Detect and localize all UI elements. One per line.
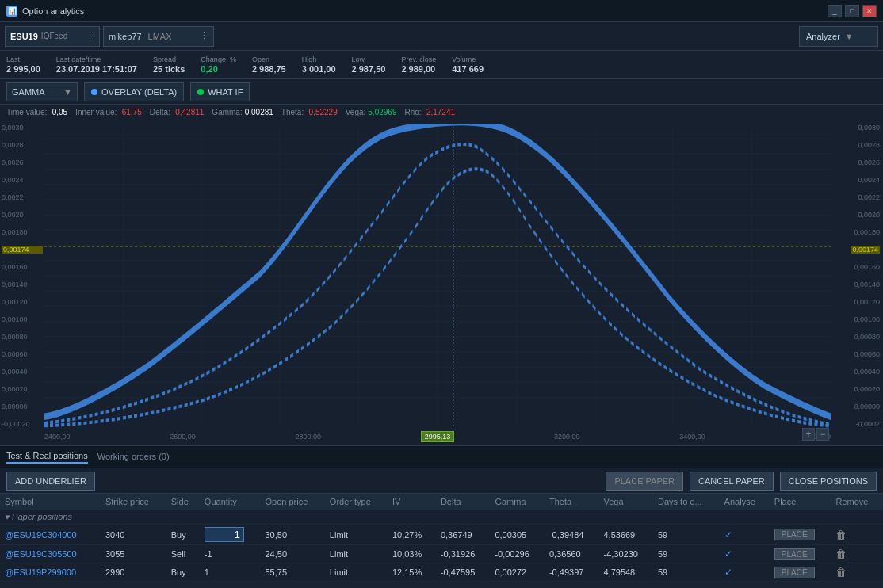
paper-positions-section: ▾ Paper positions <box>0 510 883 525</box>
cell-remove[interactable]: 🗑 <box>831 563 883 582</box>
y-axis-left-tick: 0,0022 <box>2 193 43 201</box>
whatif-button[interactable]: WHAT IF <box>190 82 250 101</box>
place-paper-button[interactable]: PLACE PAPER <box>606 472 683 491</box>
overlay-button[interactable]: OVERLAY (DELTA) <box>84 82 184 101</box>
cell-days: 59 <box>653 525 720 545</box>
app-title: Option analytics <box>22 6 84 16</box>
chart-mode-select[interactable]: GAMMA ▼ <box>6 82 78 101</box>
instrument-menu-dots[interactable]: ⋮ <box>86 31 94 41</box>
y-axis-right-tick: 0,0030 <box>858 124 880 132</box>
y-axis-left-tick: 0,00040 <box>2 368 43 376</box>
row-remove-button[interactable]: 🗑 <box>835 566 847 578</box>
maximize-button[interactable]: □ <box>845 5 859 17</box>
tab-working-orders[interactable]: Working orders (0) <box>97 452 170 463</box>
cell-place[interactable]: PLACE <box>770 525 831 545</box>
chart-area: Time value: -0,05 Inner value: -61,75 De… <box>0 105 883 445</box>
account-selector[interactable]: mikeb77 LMAX ⋮ <box>103 26 214 47</box>
time-value: -0,05 <box>49 108 67 116</box>
account-name: mikeb77 <box>109 32 142 41</box>
y-axis-left-tick: 0,00000 <box>2 403 43 410</box>
add-underlier-button[interactable]: ADD UNDERLIER <box>6 472 95 491</box>
open-label: Open <box>252 55 286 63</box>
y-axis-right-tick: 0,00020 <box>854 385 880 393</box>
rho-label: Rho: <box>404 108 421 116</box>
app-icon: 📊 <box>6 6 17 17</box>
zoom-in-button[interactable]: + <box>802 428 815 441</box>
cell-place[interactable]: PLACE <box>770 563 831 582</box>
cell-symbol: @ESU19C304000 <box>0 525 101 545</box>
change-value: 0,20 <box>201 64 236 74</box>
col-header-days: Days to e... <box>653 494 720 510</box>
col-header-order-type: Order type <box>325 494 388 510</box>
cell-gamma: 0,00305 <box>490 525 545 545</box>
prevclose-value: 2 989,00 <box>401 64 436 74</box>
overlay-indicator <box>91 89 97 95</box>
cell-analyse: ✓ <box>720 525 770 545</box>
row-remove-button[interactable]: 🗑 <box>835 548 847 560</box>
cell-vega: 4,79548 <box>598 563 653 582</box>
instrument-selector[interactable]: ESU19 IQFeed ⋮ <box>5 26 100 47</box>
cell-iv: 10,27% <box>388 525 436 545</box>
close-button[interactable]: ✕ <box>862 5 877 17</box>
cell-analyse: ✓ <box>720 545 770 563</box>
y-axis-left-tick: 0,0026 <box>2 158 43 166</box>
time-value-item: Time value: -0,05 <box>6 108 67 116</box>
y-axis-left-tick: 0,00180 <box>2 228 43 236</box>
vega-item: Vega: 5,02969 <box>346 108 397 116</box>
cell-side: Buy <box>166 563 200 582</box>
last-datetime: Last date/time 23.07.2019 17:51:07 <box>56 55 137 74</box>
cell-strike: 2990 <box>101 563 166 582</box>
account-broker: LMAX <box>148 32 172 41</box>
cancel-paper-button[interactable]: CANCEL PAPER <box>690 472 774 491</box>
x-axis-tick: 2800,00 <box>295 433 321 441</box>
theta-item: Theta: -0,52229 <box>281 108 338 116</box>
qty-input[interactable] <box>205 527 244 542</box>
col-header-theta: Theta <box>545 494 599 510</box>
cell-delta: -0,31926 <box>436 545 491 563</box>
row-place-button[interactable]: PLACE <box>774 567 815 578</box>
gamma-value: 0,00281 <box>245 108 273 116</box>
cell-open-price: 24,50 <box>260 545 324 563</box>
table-row: @ESU19C305500 3055 Sell -1 24,50 Limit 1… <box>0 545 883 563</box>
x-axis-tick: 3200,00 <box>554 433 580 441</box>
open-price: Open 2 988,75 <box>252 55 286 74</box>
chart-mode-label: GAMMA <box>12 87 45 97</box>
cell-delta: -0,47595 <box>436 563 491 582</box>
spread-label: Spread <box>153 55 185 63</box>
cell-days: 59 <box>653 545 720 563</box>
cell-remove[interactable]: 🗑 <box>831 525 883 545</box>
analyzer-select[interactable]: Analyzer ▼ <box>799 26 878 47</box>
cell-remove[interactable]: 🗑 <box>831 545 883 563</box>
theta-label: Theta: <box>281 108 304 116</box>
cell-place[interactable]: PLACE <box>770 545 831 563</box>
time-value-label: Time value: <box>6 108 47 116</box>
cell-qty[interactable] <box>200 525 261 545</box>
cell-strike: 3055 <box>101 545 166 563</box>
col-header-vega: Vega <box>598 494 653 510</box>
inner-value-label: Inner value: <box>75 108 117 116</box>
prevclose-label: Prev. close <box>401 55 436 63</box>
last-label: Last <box>6 55 40 63</box>
section-chevron-icon: ▾ <box>5 512 12 521</box>
low-value: 2 987,50 <box>352 64 386 74</box>
close-positions-button[interactable]: CLOSE POSITIONS <box>780 472 877 491</box>
account-menu-dots[interactable]: ⋮ <box>200 31 208 41</box>
prev-close: Prev. close 2 989,00 <box>401 55 436 74</box>
minimize-button[interactable]: _ <box>828 5 842 17</box>
y-axis-left-tick: 0,0024 <box>2 176 43 184</box>
window-controls[interactable]: _ □ ✕ <box>828 5 877 17</box>
cell-order-type: Limit <box>325 563 388 582</box>
row-place-button[interactable]: PLACE <box>774 529 815 540</box>
col-header-remove: Remove <box>831 494 883 510</box>
tab-test-real-positions[interactable]: Test & Real positions <box>6 451 88 464</box>
datetime-value: 23.07.2019 17:51:07 <box>56 64 137 74</box>
zoom-out-button[interactable]: − <box>816 428 829 441</box>
row-remove-button[interactable]: 🗑 <box>835 529 847 541</box>
cell-theta: 0,36560 <box>545 545 599 563</box>
analyse-check-icon: ✓ <box>724 529 732 540</box>
col-header-delta: Delta <box>436 494 491 510</box>
col-header-iv: IV <box>388 494 436 510</box>
cell-qty: -1 <box>200 545 261 563</box>
col-header-gamma: Gamma <box>490 494 545 510</box>
row-place-button[interactable]: PLACE <box>774 548 815 560</box>
